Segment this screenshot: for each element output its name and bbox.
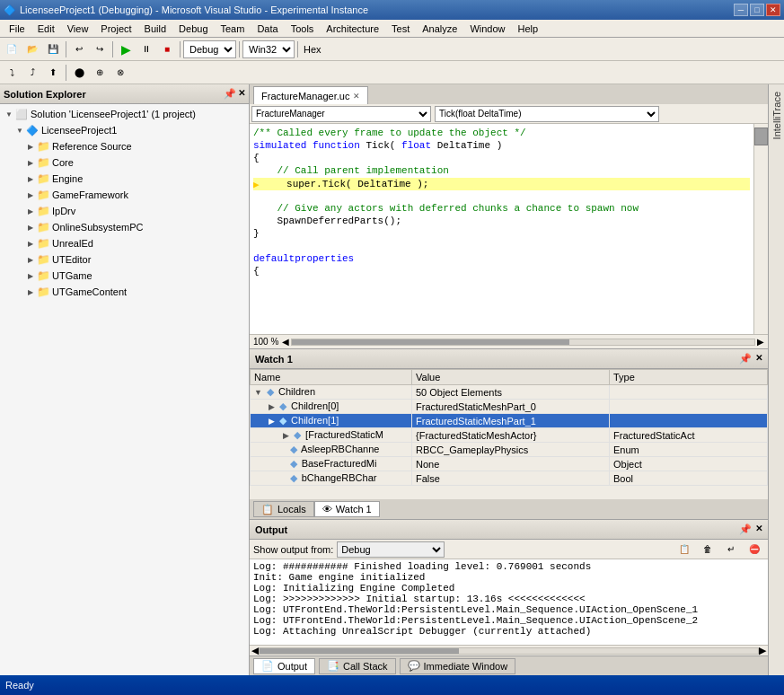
tab-immediate[interactable]: 💬 Immediate Window — [400, 658, 516, 674]
intelli-trace-panel[interactable]: IntelliTrace — [768, 84, 784, 675]
watch-pin-icon[interactable]: 📌 — [739, 353, 752, 365]
tab-call-stack[interactable]: 📑 Call Stack — [319, 658, 396, 674]
scrollbar-right[interactable] — [753, 124, 768, 334]
zoom-next-icon[interactable]: ▶ — [757, 337, 764, 347]
menu-tools[interactable]: Tools — [286, 21, 320, 37]
project-node[interactable]: ▼ 🔷 LicenseeProject1 — [0, 122, 249, 138]
tab-output[interactable]: 📄 Output — [253, 658, 315, 674]
output-wrap-btn[interactable]: ↵ — [721, 540, 741, 559]
new-breakpoint-btn[interactable]: ⊕ — [90, 63, 110, 83]
menu-edit[interactable]: Edit — [32, 21, 60, 37]
debug-mode-dropdown[interactable]: Debug — [183, 40, 236, 58]
tree-item-ipdrv[interactable]: ▶ 📁 IpDrv — [0, 203, 249, 219]
watch-row[interactable]: ▶ ◆ [FracturedStaticM {FracturedStaticMe… — [251, 428, 768, 443]
menu-file[interactable]: File — [4, 21, 31, 37]
output-clear-btn[interactable]: 🗑 — [698, 540, 718, 559]
tab-close-icon[interactable]: ✕ — [353, 92, 360, 101]
solution-node[interactable]: ▼ ⬜ Solution 'LicenseeProject1' (1 proje… — [0, 106, 249, 122]
new-btn[interactable]: 📄 — [2, 40, 22, 59]
menu-analyze[interactable]: Analyze — [417, 21, 462, 37]
output-copy-btn[interactable]: 📋 — [674, 540, 694, 559]
output-close-icon[interactable]: ✕ — [755, 523, 762, 535]
output-content[interactable]: Log: ########### Finished loading level:… — [250, 559, 768, 645]
tree-item-uteditor[interactable]: ▶ 📁 UTEditor — [0, 251, 249, 268]
method-dropdown[interactable]: Tick(float DeltaTime) — [435, 106, 659, 122]
menu-architecture[interactable]: Architecture — [321, 21, 384, 37]
tab-watch1[interactable]: 👁 Watch 1 — [314, 501, 380, 517]
platform-dropdown[interactable]: Win32 — [242, 40, 295, 58]
menu-test[interactable]: Test — [386, 21, 415, 37]
redo-btn[interactable]: ↪ — [90, 40, 110, 59]
watch-row[interactable]: ▶ ◆ Children[0] FracturedStaticMeshPart_… — [251, 400, 768, 414]
uted-expander[interactable]: ▶ — [25, 254, 36, 265]
play-btn[interactable]: ▶ — [116, 40, 136, 59]
watch-row[interactable]: ▼ ◆ Children 50 Object Elements — [251, 385, 768, 400]
utg-expander[interactable]: ▶ — [25, 270, 36, 281]
tab-locals[interactable]: 📋 Locals — [253, 501, 314, 517]
minimize-button[interactable]: ─ — [734, 4, 748, 16]
expand-icon[interactable]: ▶ — [283, 431, 289, 440]
stop-btn[interactable]: ■ — [157, 40, 177, 59]
step-over-btn[interactable]: ⤵ — [2, 63, 22, 83]
scroll-thumb-h[interactable] — [292, 339, 569, 345]
tree-item-core[interactable]: ▶ 📁 Core — [0, 154, 249, 171]
gf-expander[interactable]: ▶ — [25, 189, 36, 200]
tree-item-utgame[interactable]: ▶ 📁 UTGame — [0, 268, 249, 284]
online-expander[interactable]: ▶ — [25, 222, 36, 233]
menu-project[interactable]: Project — [95, 21, 137, 37]
utgc-expander[interactable]: ▶ — [25, 286, 36, 297]
watch-row[interactable]: ◆ AsleepRBChanne RBCC_GameplayPhysics En… — [251, 443, 768, 457]
open-btn[interactable]: 📂 — [22, 40, 42, 59]
step-out-btn[interactable]: ⬆ — [43, 63, 63, 83]
editor-tab-fracture[interactable]: FractureManager.uc ✕ — [253, 86, 368, 104]
save-btn[interactable]: 💾 — [43, 40, 63, 59]
output-pin-icon[interactable]: 📌 — [739, 523, 752, 535]
output-stop-btn[interactable]: ⛔ — [744, 540, 764, 559]
maximize-button[interactable]: □ — [750, 4, 764, 16]
expand-icon[interactable]: ▶ — [269, 417, 275, 426]
delete-breakpoints-btn[interactable]: ⊗ — [110, 63, 130, 83]
tree-item-online[interactable]: ▶ 📁 OnlineSubsystemPC — [0, 219, 249, 235]
ue-expander[interactable]: ▶ — [25, 238, 36, 249]
close-button[interactable]: ✕ — [766, 4, 780, 16]
se-close-icon[interactable]: ✕ — [238, 88, 245, 100]
tree-item-reference-source[interactable]: ▶ 📁 Reference Source — [0, 138, 249, 154]
se-pin-icon[interactable]: 📌 — [224, 88, 236, 100]
watch-row[interactable]: ◆ bChangeRBChar False Bool — [251, 471, 768, 486]
zoom-prev-icon[interactable]: ◀ — [282, 337, 289, 347]
expand-icon[interactable]: ▼ — [254, 388, 262, 397]
menu-help[interactable]: Help — [513, 21, 544, 37]
menu-data[interactable]: Data — [251, 21, 283, 37]
undo-btn[interactable]: ↩ — [69, 40, 89, 59]
watch-row-selected[interactable]: ▶ ◆ Children[1] FracturedStaticMeshPart_… — [251, 414, 768, 428]
breakpoint-btn[interactable]: ⬤ — [69, 63, 89, 83]
code-editor[interactable]: /** Called every frame to update the obj… — [250, 124, 753, 334]
tree-item-unrealed[interactable]: ▶ 📁 UnrealEd — [0, 235, 249, 251]
tree-item-gameframework[interactable]: ▶ 📁 GameFramework — [0, 187, 249, 203]
pause-btn[interactable]: ⏸ — [137, 40, 156, 59]
class-dropdown[interactable]: FractureManager — [251, 106, 431, 122]
scroll-track[interactable] — [259, 647, 759, 655]
project-expander[interactable]: ▼ — [14, 125, 25, 136]
menu-window[interactable]: Window — [464, 21, 510, 37]
scroll-thumb[interactable] — [754, 128, 768, 145]
expand-icon[interactable]: ▶ — [269, 402, 275, 411]
menu-team[interactable]: Team — [216, 21, 251, 37]
tree-item-engine[interactable]: ▶ 📁 Engine — [0, 171, 249, 187]
menu-build[interactable]: Build — [139, 21, 172, 37]
output-source-dropdown[interactable]: Debug — [337, 541, 445, 558]
engine-expander[interactable]: ▶ — [25, 173, 36, 184]
watch-close-icon[interactable]: ✕ — [755, 353, 762, 365]
ref-expander[interactable]: ▶ — [25, 141, 36, 152]
scroll-thumb[interactable] — [260, 648, 459, 654]
step-into-btn[interactable]: ⤴ — [22, 63, 42, 83]
ipdrv-expander[interactable]: ▶ — [25, 206, 36, 216]
menu-view[interactable]: View — [62, 21, 94, 37]
solution-expander[interactable]: ▼ — [4, 109, 14, 119]
menu-debug[interactable]: Debug — [173, 21, 213, 37]
scroll-track-h[interactable] — [291, 339, 755, 346]
output-scrollbar-h[interactable]: ◀ ▶ — [250, 645, 768, 655]
watch-row[interactable]: ◆ BaseFracturedMi None Object — [251, 457, 768, 471]
tree-item-utgamecontent[interactable]: ▶ 📁 UTGameContent — [0, 284, 249, 300]
core-expander[interactable]: ▶ — [25, 157, 36, 168]
